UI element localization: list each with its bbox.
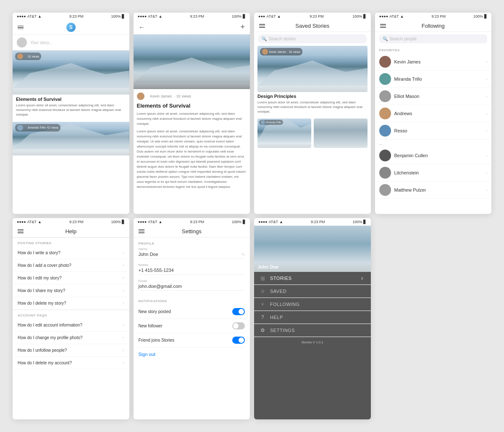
- following-chevron-5: ›: [486, 153, 487, 158]
- help-item-edit[interactable]: How do I edit my story? ›: [13, 272, 129, 284]
- menu-label-help: HELP: [270, 315, 366, 320]
- post-avatar-2: [17, 125, 23, 131]
- time-h: 9:23 PM: [69, 220, 84, 224]
- menu-item-saved[interactable]: ☆ SAVED: [254, 285, 371, 298]
- following-item-5[interactable]: Benjamin Cullen ›: [375, 147, 492, 164]
- following-item-1[interactable]: Miranda Trillo ›: [375, 71, 492, 88]
- back-button[interactable]: ←: [139, 24, 145, 31]
- mobile-value: +1 415-555-1234: [139, 268, 174, 273]
- help-item-delete-account[interactable]: How do I delete my account? ›: [13, 357, 129, 369]
- following-item-4[interactable]: Resso ›: [375, 122, 492, 140]
- edit-icon[interactable]: ✎: [242, 252, 245, 257]
- sign-out-button[interactable]: Sign out: [139, 348, 245, 361]
- help-chevron-share: ›: [123, 288, 124, 293]
- battery-pct-set: 100%: [232, 220, 242, 224]
- help-item-edit-account-text: How do I edit account information?: [18, 323, 82, 327]
- time-p: 9:23 PM: [311, 220, 325, 224]
- following-list: FAVORITES Kevin James › Miranda Trillo ›…: [375, 46, 492, 214]
- battery-set: 100% ▊: [232, 220, 246, 224]
- menu-item-stories[interactable]: ▦ STORIES 2: [254, 272, 371, 285]
- menu-item-following[interactable]: ♀ FOLLOWING: [254, 298, 371, 311]
- carrier-p: AT&T: [269, 220, 278, 224]
- hamburger-help[interactable]: [18, 229, 24, 233]
- following-screen: ●●●● AT&T ▲ 9:23 PM 100% ▊ Following 🔍 S…: [375, 13, 492, 214]
- name-value-row[interactable]: John Doe ✎: [139, 252, 245, 259]
- following-title: Following: [422, 23, 445, 29]
- following-search-bar[interactable]: 🔍 Search people: [379, 34, 488, 43]
- help-chevron-edit: ›: [123, 276, 124, 280]
- help-screen: ●●●● AT&T ▲ 9:23 PM 100% ▊ Help POSTING …: [13, 218, 129, 419]
- notif-toggle-1[interactable]: [232, 322, 245, 329]
- menu-item-settings[interactable]: ⚙ SETTINGS: [254, 324, 371, 337]
- help-item-delete[interactable]: How do I delete my story? ›: [13, 297, 129, 310]
- menu-overlay: ▦ STORIES 2 ☆ SAVED ♀ FOLLOWING ? HELP ⚙…: [254, 272, 371, 419]
- hamburger-menu-button[interactable]: [18, 26, 24, 29]
- detail-author-name: Kevin James: [150, 94, 172, 98]
- help-item-cover[interactable]: How do I add a cover photo? ›: [13, 259, 129, 272]
- following-avatar-4: [379, 125, 391, 137]
- following-item-2[interactable]: Elliot Mason ›: [375, 88, 492, 105]
- help-chevron-write: ›: [123, 250, 124, 255]
- settings-icon: ⚙: [259, 327, 266, 333]
- following-name-0: Kevin James: [394, 59, 486, 64]
- feed-text-1: Elements of Survival Lorem ipsum dolor s…: [13, 95, 129, 119]
- saved-grid: Amanda Trillo: [254, 119, 371, 148]
- saved-story-3[interactable]: [314, 119, 368, 148]
- saved-icon: ☆: [259, 288, 266, 294]
- notif-toggle-2[interactable]: [232, 337, 245, 344]
- following-item-3[interactable]: Andrews ›: [375, 105, 492, 122]
- help-item-write[interactable]: How do I write a story? ›: [13, 247, 129, 259]
- signal-h: ●●●● AT&T ▲: [17, 220, 42, 224]
- carrier-h: AT&T: [27, 220, 37, 224]
- status-bar-saved: ●●● AT&T ▲ 9:23 PM 100% ▊: [254, 13, 371, 20]
- time-label-d: 9:23 PM: [190, 14, 204, 18]
- following-name-1: Miranda Trillo: [394, 76, 486, 82]
- help-item-share[interactable]: How do I share my story? ›: [13, 284, 129, 297]
- add-button[interactable]: +: [240, 23, 245, 32]
- help-item-edit-account[interactable]: How do I edit account information? ›: [13, 319, 129, 332]
- following-item-0[interactable]: Kevin James ›: [375, 53, 492, 71]
- profile-cover: John Doe: [254, 226, 371, 272]
- help-item-change-photo[interactable]: How do I change my profile photo? ›: [13, 332, 129, 344]
- hamburger-saved[interactable]: [259, 24, 265, 28]
- following-avatar-0: [379, 56, 391, 68]
- following-avatar-6: [379, 167, 391, 179]
- saved-story-1[interactable]: Kevin James · 32 views Design Principles…: [254, 46, 371, 119]
- time-f: 9:23 PM: [431, 14, 446, 18]
- settings-content: PROFILE Name John Doe ✎ Mobile +1 415-55…: [134, 237, 250, 419]
- battery-label-d: 100%: [232, 14, 242, 18]
- saved-story-2[interactable]: Amanda Trillo: [257, 119, 311, 148]
- story-placeholder[interactable]: Your story...: [30, 40, 52, 45]
- battery-icon-h: ▊: [122, 220, 125, 224]
- saved-search-bar[interactable]: 🔍 Search stories: [258, 34, 367, 43]
- help-item-share-text: How do I share my story?: [18, 288, 65, 293]
- feed-screen: ●●●● AT&T ▲ 9:23 PM 100% ▊ S Your story.…: [13, 13, 129, 214]
- notif-label-2: Friend joins Stories: [139, 338, 175, 342]
- saved-title: Saved Stories: [295, 23, 329, 29]
- dots-set: ●●●●: [138, 220, 147, 224]
- feed-image-2: Amanda Trillo 42 views: [13, 122, 129, 155]
- menu-item-help[interactable]: ? HELP: [254, 311, 371, 324]
- carrier-s: AT&T: [266, 14, 276, 18]
- carrier-label: AT&T: [27, 14, 37, 18]
- email-field: Email john.doe@gmail.com: [139, 279, 245, 291]
- post-views-1: 32 views: [28, 55, 39, 58]
- following-item-7[interactable]: Matthew Pulzer ›: [375, 182, 492, 199]
- story-input-row[interactable]: Your story...: [13, 35, 129, 50]
- detail-author-avatar: [137, 92, 144, 100]
- following-avatar-1: [379, 73, 391, 85]
- following-item-6[interactable]: Litchenstein ›: [375, 164, 492, 182]
- battery-label: 100%: [111, 14, 121, 18]
- following-name-2: Elliot Mason: [394, 94, 486, 99]
- notif-toggle-0[interactable]: [232, 308, 245, 315]
- help-item-write-text: How do I write a story?: [18, 250, 60, 255]
- menu-label-following: FOLLOWING: [270, 302, 366, 307]
- hamburger-settings[interactable]: [139, 229, 144, 233]
- help-item-unfollow[interactable]: How do I unfollow people? ›: [13, 344, 129, 357]
- settings-top-nav: Settings: [134, 226, 250, 237]
- saved-top-nav: Saved Stories: [254, 20, 371, 32]
- signal-set: ●●●● AT&T ▲: [138, 220, 163, 224]
- favorites-label: FAVORITES: [375, 46, 492, 53]
- help-top-nav: Help: [13, 226, 129, 237]
- hamburger-following[interactable]: [380, 24, 386, 28]
